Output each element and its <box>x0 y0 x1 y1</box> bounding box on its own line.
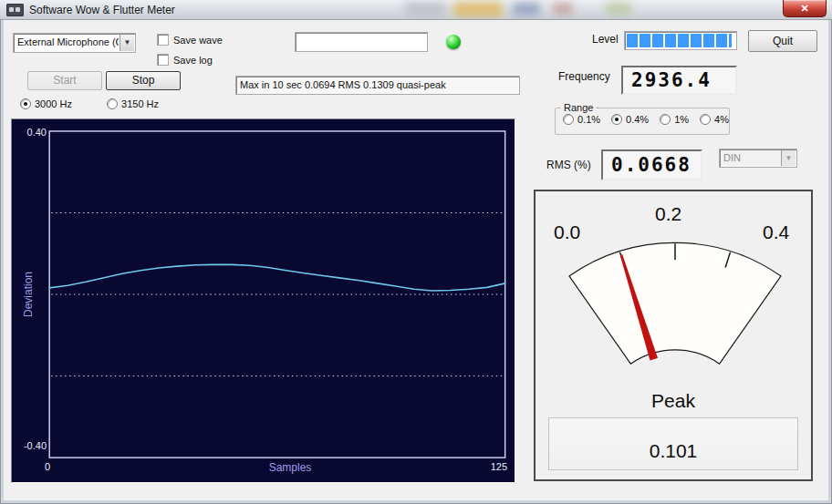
range-group: Range 0.1% 0.4% 1% 4% <box>555 102 730 135</box>
peak-label: Peak <box>536 390 811 412</box>
titlebar-glass-blur <box>404 2 446 16</box>
weighting-select[interactable]: DIN ▼ <box>719 149 797 168</box>
radio-dot[interactable] <box>660 114 671 125</box>
chevron-down-icon[interactable]: ▼ <box>120 35 134 51</box>
deviation-chart: 0.40 -0.40 Deviation 0 Samples 125 <box>11 118 515 483</box>
range-0.1-label: 0.1% <box>577 114 600 125</box>
checkbox-box[interactable] <box>157 54 169 66</box>
radio-range-4[interactable]: 4% <box>700 114 729 125</box>
frequency-label: Frequency <box>558 70 610 83</box>
titlebar-glass-blur <box>453 2 503 17</box>
radio-dot[interactable] <box>611 114 622 125</box>
titlebar-glass-blur <box>513 3 540 15</box>
close-button[interactable]: ✕ <box>783 0 827 17</box>
radio-3150hz[interactable]: 3150 Hz <box>107 98 159 109</box>
title-bar[interactable]: Software Wow & Flutter Meter ✕ <box>0 0 832 20</box>
titlebar-glass-blur <box>606 3 631 15</box>
save-log-checkbox[interactable]: Save log <box>157 54 213 66</box>
peak-readout-box: 0.101 <box>548 417 798 470</box>
radio-3150hz-label: 3150 Hz <box>121 98 159 109</box>
save-wave-label: Save wave <box>173 35 223 46</box>
radio-dot[interactable] <box>107 98 118 109</box>
frequency-display: 2936.4 <box>621 66 737 95</box>
meter-scale-min: 0.0 <box>554 221 580 243</box>
checkbox-box[interactable] <box>157 34 169 46</box>
test-frequency-radios: 3000 Hz 3150 Hz <box>20 95 191 111</box>
x-axis-min-tick: 0 <box>45 461 56 472</box>
filename-input[interactable] <box>295 32 428 52</box>
radio-3000hz[interactable]: 3000 Hz <box>20 98 75 109</box>
save-log-label: Save log <box>173 55 213 66</box>
peak-value: 0.101 <box>650 440 698 469</box>
app-icon <box>6 4 24 16</box>
level-meter <box>624 31 737 50</box>
radio-range-1[interactable]: 1% <box>660 114 689 125</box>
meter-scale-mid: 0.2 <box>655 203 681 225</box>
quit-button[interactable]: Quit <box>748 30 817 52</box>
window-title: Software Wow & Flutter Meter <box>29 4 175 16</box>
input-device-value: External Microphone (C <box>17 36 119 47</box>
x-axis-max-tick: 125 <box>466 461 507 472</box>
radio-range-0.1[interactable]: 0.1% <box>563 114 600 125</box>
range-4-label: 4% <box>714 114 729 125</box>
y-axis-max-tick: 0.40 <box>12 127 47 138</box>
radio-range-0.4[interactable]: 0.4% <box>611 114 649 125</box>
input-device-select[interactable]: External Microphone (C ▼ <box>13 33 136 53</box>
stop-button[interactable]: Stop <box>106 71 181 90</box>
titlebar-glass-blur <box>553 3 573 15</box>
radio-dot[interactable] <box>20 98 31 109</box>
range-1-label: 1% <box>674 114 689 125</box>
rms-label: RMS (%) <box>546 159 591 171</box>
y-axis-min-tick: -0.40 <box>12 440 47 451</box>
radio-dot[interactable] <box>563 114 574 125</box>
rms-display: 0.0668 <box>601 149 702 180</box>
chevron-down-icon: ▼ <box>781 150 796 166</box>
analog-meter-panel: 0.0 0.2 0.4 Peak 0.101 <box>534 190 813 481</box>
status-readout: Max in 10 sec 0.0694 RMS 0.1309 quasi-pe… <box>235 76 520 95</box>
deviation-plot <box>12 119 515 482</box>
radio-dot[interactable] <box>700 114 711 125</box>
range-0.4-label: 0.4% <box>626 114 649 125</box>
start-button[interactable]: Start <box>27 71 102 90</box>
save-wave-checkbox[interactable]: Save wave <box>157 34 223 46</box>
y-axis-label: Deviation <box>22 272 35 317</box>
app-window: Software Wow & Flutter Meter ✕ External … <box>0 0 832 504</box>
level-label: Level <box>592 33 619 46</box>
signal-led-icon <box>446 35 461 49</box>
radio-3000hz-label: 3000 Hz <box>35 98 72 109</box>
meter-scale-max: 0.4 <box>763 221 789 243</box>
weighting-value: DIN <box>723 152 780 163</box>
x-axis-label: Samples <box>244 461 336 474</box>
range-group-label: Range <box>561 102 596 113</box>
